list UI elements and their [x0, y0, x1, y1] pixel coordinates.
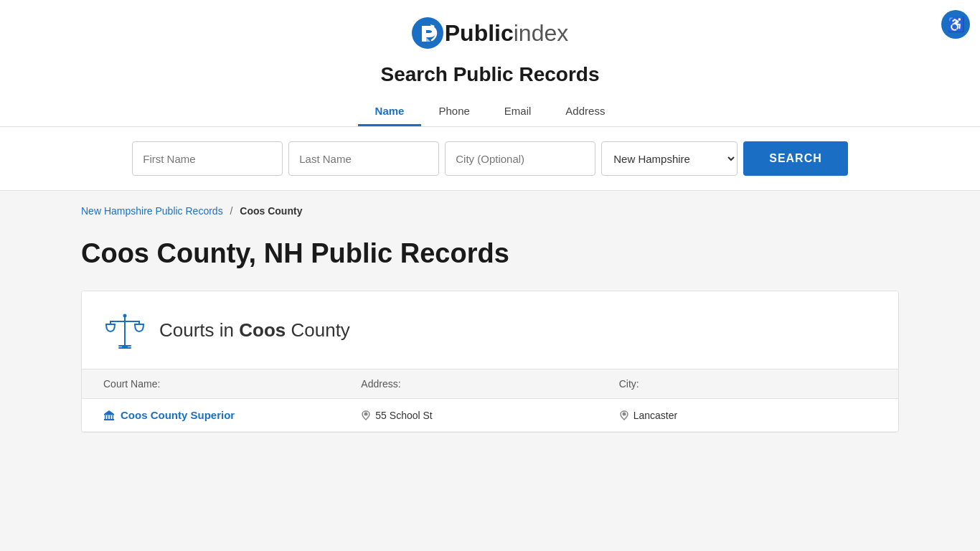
- court-address: 55 School St: [375, 410, 432, 421]
- city-input[interactable]: [445, 141, 595, 176]
- city-cell: Lancaster: [619, 410, 877, 421]
- tab-phone[interactable]: Phone: [421, 98, 486, 126]
- header-city: City:: [619, 378, 877, 390]
- svg-rect-17: [113, 415, 114, 419]
- last-name-input[interactable]: [288, 141, 439, 176]
- svg-point-5: [123, 314, 127, 318]
- breadcrumb-current: Coos County: [240, 205, 302, 217]
- section-title-prefix: Courts in: [159, 319, 239, 341]
- first-name-input[interactable]: [132, 141, 283, 176]
- logo-area: Publicindex: [412, 17, 569, 49]
- svg-marker-18: [104, 410, 114, 414]
- courts-section-title: Courts in Coos County: [159, 319, 350, 342]
- tab-address[interactable]: Address: [548, 98, 622, 126]
- logo-icon: [412, 17, 443, 49]
- city-location-icon: [619, 410, 629, 420]
- court-city: Lancaster: [633, 410, 677, 421]
- breadcrumb-separator: /: [230, 205, 233, 217]
- court-name-cell: Coos County Superior: [103, 409, 361, 421]
- address-cell: 55 School St: [361, 410, 618, 421]
- courts-table-header: Court Name: Address: City:: [82, 369, 898, 399]
- header-court-name: Court Name:: [103, 378, 361, 390]
- table-row: Coos County Superior 55 School St Lancas…: [82, 399, 898, 432]
- search-bar: New Hampshire Alabama Alaska Arizona Ark…: [0, 127, 980, 191]
- tab-name[interactable]: Name: [358, 98, 422, 126]
- court-name-link[interactable]: Coos County Superior: [121, 409, 235, 421]
- state-select[interactable]: New Hampshire Alabama Alaska Arizona Ark…: [601, 141, 738, 176]
- accessibility-button[interactable]: ♿: [941, 10, 970, 39]
- top-bar: Publicindex Search Public Records Name P…: [0, 0, 980, 127]
- search-button[interactable]: SEARCH: [743, 141, 848, 176]
- location-pin-icon: [361, 410, 371, 420]
- search-tabs: Name Phone Email Address: [358, 98, 623, 126]
- svg-rect-13: [104, 414, 114, 415]
- svg-point-19: [364, 412, 368, 415]
- logo-text: Publicindex: [445, 20, 569, 47]
- svg-point-20: [622, 412, 626, 415]
- court-building-icon: [103, 410, 115, 421]
- courts-section: Courts in Coos County Court Name: Addres…: [81, 291, 899, 433]
- main-content: New Hampshire Public Records / Coos Coun…: [67, 191, 913, 447]
- svg-rect-12: [104, 419, 114, 420]
- logo-bold: Public: [445, 20, 514, 46]
- svg-rect-16: [110, 415, 111, 419]
- scales-of-justice-icon: [103, 309, 146, 352]
- page-title: Search Public Records: [380, 63, 599, 86]
- breadcrumb: New Hampshire Public Records / Coos Coun…: [81, 205, 899, 217]
- logo-light: index: [514, 20, 569, 46]
- courts-section-header: Courts in Coos County: [82, 291, 898, 369]
- section-title-suffix: County: [286, 319, 350, 341]
- breadcrumb-parent-link[interactable]: New Hampshire Public Records: [81, 205, 223, 217]
- logo-container: Publicindex: [412, 17, 569, 49]
- tab-email[interactable]: Email: [487, 98, 549, 126]
- county-heading: Coos County, NH Public Records: [81, 238, 899, 269]
- svg-rect-15: [108, 415, 109, 419]
- svg-rect-14: [105, 415, 106, 419]
- header-address: Address:: [361, 378, 618, 390]
- section-title-bold: Coos: [239, 319, 286, 341]
